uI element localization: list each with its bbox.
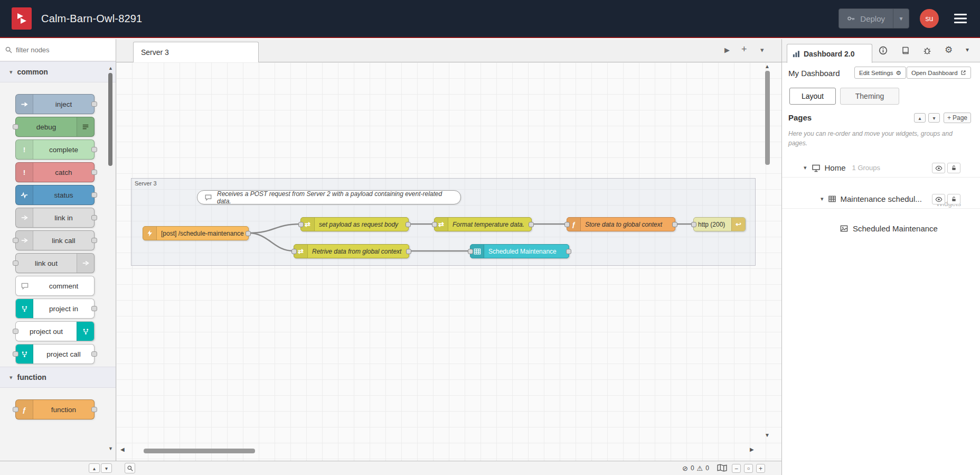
output-port[interactable] — [406, 249, 411, 254]
sidebar-tab-dashboard[interactable]: Dashboard 2.0 — [787, 44, 872, 63]
tree-row-widget-scheduled-maintenance[interactable]: Scheduled Maintenance — [782, 219, 980, 238]
main-menu-button[interactable] — [949, 8, 972, 29]
user-avatar[interactable]: su — [920, 9, 939, 28]
palette-scroll-down-icon[interactable]: ▼ — [108, 446, 113, 451]
input-port[interactable] — [13, 329, 18, 334]
input-port[interactable] — [298, 222, 304, 227]
input-port[interactable] — [13, 351, 18, 357]
node-set-payload[interactable]: ⇄ set payload as request body — [300, 217, 409, 231]
node-retrieve-data[interactable]: ⇄ Retrive data from global context — [294, 244, 409, 258]
zoom-out-button[interactable]: − — [732, 464, 741, 473]
output-port[interactable] — [246, 231, 251, 236]
sidebar-menu-chevron-icon[interactable]: ▾ — [966, 46, 969, 53]
palette-node-status[interactable]: status — [15, 185, 95, 205]
comment-node[interactable]: Receives a POST request from Server 2 wi… — [197, 190, 461, 204]
zoom-reset-button[interactable]: ○ — [744, 464, 753, 473]
output-port[interactable] — [91, 147, 97, 152]
input-port[interactable] — [291, 249, 297, 254]
node-format-temperature[interactable]: ⇄ Format temperature data. — [434, 217, 532, 231]
input-port[interactable] — [691, 222, 696, 227]
canvas-search-button[interactable] — [125, 463, 135, 473]
input-port[interactable] — [13, 238, 18, 243]
output-port[interactable] — [91, 306, 97, 311]
output-port[interactable] — [672, 222, 677, 227]
palette-category-common[interactable]: ▾ common — [0, 61, 116, 82]
open-dashboard-button[interactable]: Open Dashboard — [907, 67, 971, 79]
lock-toggle-button[interactable] — [947, 194, 960, 204]
lock-toggle-button[interactable] — [947, 163, 960, 173]
palette-node-project-out[interactable]: project out — [15, 321, 95, 341]
palette-category-function[interactable]: ▾ function — [0, 367, 116, 388]
node-http-response[interactable]: ↩ http (200) — [693, 217, 746, 231]
input-port[interactable] — [468, 249, 473, 254]
palette-node-project-call[interactable]: project call — [15, 344, 95, 364]
node-http-in[interactable]: [post] /schedule-maintenance — [143, 226, 249, 240]
vscroll-down-icon[interactable]: ▼ — [765, 432, 770, 438]
palette-node-link-in[interactable]: link in — [15, 208, 95, 228]
chevron-down-icon[interactable]: ▾ — [821, 195, 824, 202]
edit-settings-button[interactable]: Edit Settings ⚙ — [854, 67, 906, 79]
output-port[interactable] — [91, 238, 97, 243]
vertical-scrollbar[interactable] — [765, 71, 770, 165]
palette-collapse-button[interactable]: ▴ — [89, 463, 100, 473]
chevron-down-icon[interactable]: ▾ — [804, 164, 807, 171]
palette-node-complete[interactable]: ! complete — [15, 139, 95, 160]
hscroll-right-icon[interactable]: ▶ — [750, 446, 754, 452]
output-port[interactable] — [91, 192, 97, 198]
output-port[interactable] — [406, 222, 411, 227]
info-icon[interactable] — [879, 46, 888, 55]
zoom-in-button[interactable]: + — [756, 464, 765, 473]
gear-icon[interactable]: ⚙ — [945, 44, 953, 55]
palette-node-comment[interactable]: comment — [15, 276, 95, 296]
palette-filter-input[interactable] — [16, 46, 110, 54]
node-store-data[interactable]: ƒ Store data to global context — [567, 217, 675, 231]
palette-node-project-in[interactable]: project in — [15, 299, 95, 319]
bug-icon[interactable] — [923, 46, 931, 55]
output-port[interactable] — [91, 215, 97, 220]
palette-node-catch[interactable]: ! catch — [15, 162, 95, 182]
output-port[interactable] — [566, 249, 571, 254]
deploy-options-button[interactable]: ▾ — [893, 9, 909, 28]
palette-expand-button[interactable]: ▾ — [101, 463, 112, 473]
palette-node-function[interactable]: ƒ function — [15, 399, 95, 420]
warning-count-icon[interactable]: ⚠ — [697, 464, 703, 472]
vscroll-up-icon[interactable]: ▲ — [765, 63, 770, 69]
output-port[interactable] — [91, 407, 97, 412]
output-port[interactable] — [91, 101, 97, 107]
hscroll-left-icon[interactable]: ◀ — [120, 446, 125, 452]
tree-row-page-home[interactable]: ▾ Home 1 Groups — [782, 159, 980, 178]
visibility-toggle-button[interactable] — [932, 163, 945, 173]
move-page-up-button[interactable]: ▴ — [914, 113, 926, 123]
node-ui-table[interactable]: Scheduled Maintenance — [470, 244, 569, 258]
palette-node-inject[interactable]: inject — [15, 94, 95, 114]
deploy-button[interactable]: Deploy ▾ — [838, 8, 909, 29]
tab-scroll-right-button[interactable]: ▶ — [724, 46, 730, 54]
tab-layout[interactable]: Layout — [789, 88, 836, 105]
output-port[interactable] — [91, 351, 97, 357]
output-port[interactable] — [529, 222, 534, 227]
flow-canvas[interactable]: Server 3 Receives a POST request from Se… — [116, 62, 781, 461]
flow-tab-server3[interactable]: Server 3 — [133, 42, 259, 62]
docs-book-icon[interactable] — [901, 46, 910, 55]
palette-node-link-out[interactable]: link out — [15, 253, 95, 273]
add-page-button[interactable]: + Page — [944, 113, 971, 123]
navigator-toggle-icon[interactable] — [717, 464, 727, 472]
input-port[interactable] — [432, 222, 437, 227]
input-port[interactable] — [13, 260, 18, 266]
add-flow-button[interactable]: + — [741, 44, 747, 55]
palette-scroll-up-icon[interactable]: ▲ — [108, 66, 113, 71]
palette-node-link-call[interactable]: link call — [15, 230, 95, 250]
tab-theming[interactable]: Theming — [840, 88, 899, 105]
visibility-toggle-button[interactable] — [932, 194, 945, 204]
output-port[interactable] — [91, 170, 97, 175]
palette-scrollbar[interactable] — [108, 73, 112, 166]
move-page-down-button[interactable]: ▾ — [928, 113, 940, 123]
palette-node-debug[interactable]: debug — [15, 117, 95, 137]
flow-list-button[interactable]: ▾ — [760, 46, 764, 54]
input-port[interactable] — [13, 407, 18, 412]
input-port[interactable] — [564, 222, 570, 227]
error-count-icon[interactable]: ⊘ — [682, 464, 688, 472]
horizontal-scrollbar[interactable] — [144, 449, 255, 453]
tree-row-group-maintenance[interactable]: ▾ Maintenance schedul... 1 Widgets — [782, 190, 980, 209]
input-port[interactable] — [13, 124, 18, 129]
